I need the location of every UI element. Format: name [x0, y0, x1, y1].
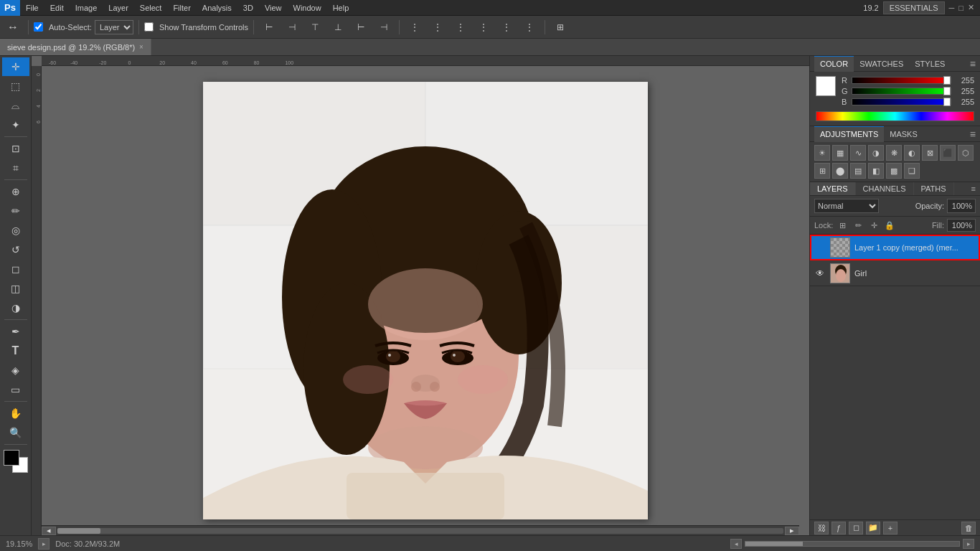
- minimize-icon[interactable]: ─: [949, 4, 955, 12]
- menu-image[interactable]: Image: [70, 0, 103, 15]
- dist-right-btn[interactable]: ⋮: [451, 19, 471, 36]
- show-transform-checkbox[interactable]: [144, 22, 154, 32]
- menu-select[interactable]: Select: [134, 0, 168, 15]
- marquee-tool-icon[interactable]: ⬚: [2, 77, 29, 95]
- scroll-track[interactable]: [57, 528, 783, 534]
- black-white-icon[interactable]: ⬛: [940, 145, 956, 161]
- opacity-input[interactable]: [947, 199, 976, 213]
- move-tool-btn[interactable]: ↔: [3, 19, 23, 36]
- gradient-map-icon[interactable]: ▩: [886, 163, 902, 179]
- photo-filter-icon[interactable]: ⬡: [958, 145, 974, 161]
- adjustments-panel-options[interactable]: ≡: [970, 128, 976, 140]
- align-left-btn[interactable]: ⊢: [259, 19, 279, 36]
- menu-window[interactable]: Window: [288, 0, 327, 15]
- menu-file[interactable]: File: [20, 0, 44, 15]
- text-tool-icon[interactable]: T: [2, 342, 29, 360]
- lock-transparent-btn[interactable]: ⊞: [836, 219, 849, 232]
- auto-select-checkbox[interactable]: [34, 22, 43, 32]
- align-center-v-btn[interactable]: ⊢: [351, 19, 371, 36]
- tab-paths[interactable]: PATHS: [914, 182, 954, 195]
- align-bottom-btn[interactable]: ⊣: [374, 19, 394, 36]
- path-select-icon[interactable]: ◈: [2, 361, 29, 380]
- color-spectrum[interactable]: [816, 111, 974, 121]
- layer-0-visibility[interactable]: [814, 242, 826, 253]
- layer-row-1[interactable]: 👁 Girl: [810, 260, 980, 286]
- color-balance-icon[interactable]: ⊠: [922, 145, 938, 161]
- threshold-icon[interactable]: ◧: [868, 163, 884, 179]
- menu-edit[interactable]: Edit: [44, 0, 70, 15]
- lock-image-btn[interactable]: ✏: [852, 219, 864, 232]
- menu-filter[interactable]: Filter: [167, 0, 196, 15]
- healing-brush-icon[interactable]: ⊕: [2, 182, 29, 201]
- tab-close-icon[interactable]: ×: [139, 43, 143, 51]
- close-icon[interactable]: ✕: [968, 3, 974, 12]
- menu-layer[interactable]: Layer: [103, 0, 134, 15]
- dist-h-btn[interactable]: ⋮: [428, 19, 448, 36]
- add-style-btn[interactable]: ƒ: [831, 522, 846, 534]
- new-layer-btn[interactable]: +: [883, 522, 897, 534]
- layers-panel-options[interactable]: ≡: [967, 182, 980, 195]
- main-scrollbar[interactable]: [745, 541, 960, 547]
- selective-color-icon[interactable]: ❑: [904, 163, 920, 179]
- horizontal-scrollbar[interactable]: ◂ ▸: [42, 525, 799, 535]
- align-center-h-btn[interactable]: ⊣: [282, 19, 302, 36]
- scroll-thumb[interactable]: [57, 528, 100, 534]
- crop-tool-icon[interactable]: ⊡: [2, 139, 29, 158]
- blend-mode-dropdown[interactable]: Normal: [814, 199, 879, 213]
- tab-adjustments[interactable]: ADJUSTMENTS: [814, 126, 884, 142]
- channel-mixer-icon[interactable]: ⊞: [814, 163, 830, 179]
- tab-channels[interactable]: CHANNELS: [856, 182, 914, 195]
- brush-tool-icon[interactable]: ✏: [2, 202, 29, 220]
- levels-icon[interactable]: ▦: [832, 145, 848, 161]
- exposure-icon[interactable]: ◑: [868, 145, 884, 161]
- layer-dropdown[interactable]: Layer: [95, 20, 133, 34]
- tab-color[interactable]: COLOR: [814, 56, 854, 72]
- eyedropper-icon[interactable]: ⌗: [2, 159, 29, 177]
- align-top-btn[interactable]: ⊥: [328, 19, 348, 36]
- clone-stamp-icon[interactable]: ◎: [2, 221, 29, 240]
- tab-swatches[interactable]: SWATCHES: [854, 56, 909, 72]
- lock-position-btn[interactable]: ✛: [867, 219, 880, 232]
- color-swatch[interactable]: [2, 450, 29, 473]
- move-tool-icon[interactable]: ✛: [2, 57, 29, 76]
- dist-top-btn[interactable]: ⋮: [473, 19, 494, 36]
- foreground-color-swatch[interactable]: [4, 450, 19, 466]
- hand-tool-icon[interactable]: ✋: [2, 404, 29, 423]
- new-group-btn[interactable]: 📁: [866, 522, 880, 534]
- posterize-icon[interactable]: ▤: [850, 163, 866, 179]
- menu-view[interactable]: View: [259, 0, 288, 15]
- lasso-tool-icon[interactable]: ⌓: [2, 96, 29, 115]
- gradient-tool-icon[interactable]: ◫: [2, 279, 29, 298]
- menu-help[interactable]: Help: [327, 0, 355, 15]
- scroll-next-btn[interactable]: ▸: [963, 539, 974, 549]
- layer-1-visibility[interactable]: 👁: [814, 268, 826, 279]
- link-layers-btn[interactable]: ⛓: [814, 522, 829, 534]
- color-panel-options[interactable]: ≡: [970, 58, 976, 70]
- green-slider[interactable]: [852, 88, 951, 95]
- tab-masks[interactable]: MASKS: [884, 126, 923, 142]
- quick-select-icon[interactable]: ✦: [2, 116, 29, 134]
- zoom-tool-icon[interactable]: 🔍: [2, 423, 29, 442]
- red-slider[interactable]: [852, 77, 951, 84]
- lock-all-btn[interactable]: 🔒: [883, 219, 896, 232]
- hue-saturation-icon[interactable]: ◐: [904, 145, 920, 161]
- align-right-btn[interactable]: ⊤: [305, 19, 325, 36]
- menu-3d[interactable]: 3D: [237, 0, 259, 15]
- dist-left-btn[interactable]: ⋮: [405, 19, 425, 36]
- delete-layer-btn[interactable]: 🗑: [961, 522, 976, 534]
- zoom-info-btn[interactable]: ▸: [38, 538, 50, 550]
- menu-analysis[interactable]: Analysis: [197, 0, 237, 15]
- invert-icon[interactable]: ⬤: [832, 163, 848, 179]
- eraser-tool-icon[interactable]: ◻: [2, 260, 29, 278]
- dist-bottom-btn[interactable]: ⋮: [519, 19, 540, 36]
- color-preview-swatch[interactable]: [816, 76, 836, 96]
- tab-layers[interactable]: LAYERS: [810, 182, 856, 195]
- scroll-right-btn[interactable]: ▸: [785, 527, 799, 535]
- scroll-prev-btn[interactable]: ◂: [730, 539, 742, 549]
- tab-styles[interactable]: STYLES: [909, 56, 951, 72]
- shape-tool-icon[interactable]: ▭: [2, 380, 29, 399]
- extra-btn[interactable]: ⊞: [550, 19, 570, 36]
- fill-input[interactable]: [947, 219, 976, 232]
- dist-v-btn[interactable]: ⋮: [496, 19, 517, 36]
- add-mask-btn[interactable]: ◻: [849, 522, 863, 534]
